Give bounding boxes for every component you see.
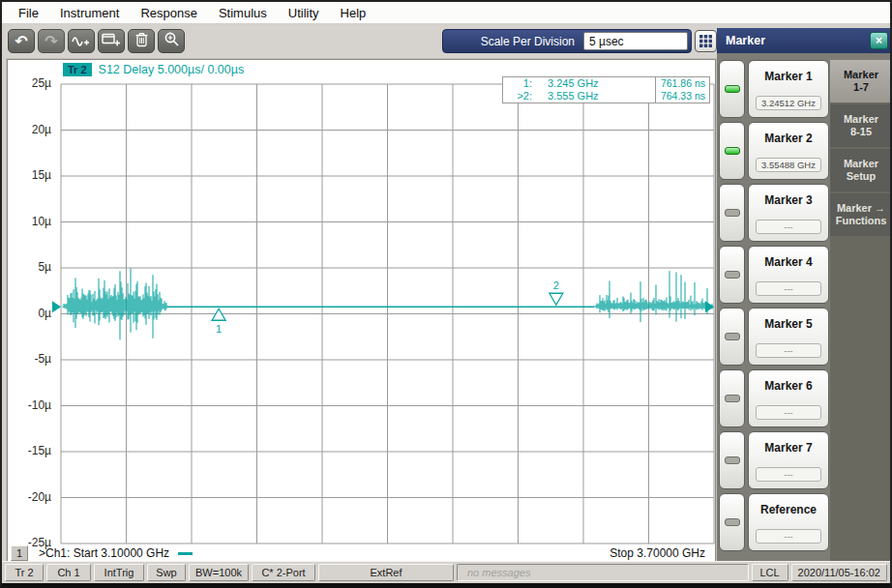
tab-label-line2: 8-15 [850,126,872,138]
marker-readout-id: >2: [503,90,532,103]
trace-plot[interactable]: 12 [61,83,714,544]
marker-tab-column: Marker1-7Marker8-15MarkerSetupMarker →Fu… [830,60,892,565]
marker-7-toggle-button[interactable] [719,431,745,489]
sweep-start-label: >Ch1: Start 3.10000 GHz [39,546,193,560]
marker-readout-row: 1:3.245 GHz761.86 ns [503,77,709,90]
tab-marker-setup[interactable]: MarkerSetup [830,149,892,191]
marker-7-button[interactable]: Marker 7--- [748,431,829,489]
tab-marker-1-7[interactable]: Marker1-7 [830,60,892,103]
trash-icon [134,32,149,51]
y-tick-label: 0µ [8,307,51,320]
status-segment-extref[interactable]: ExtRef [318,564,454,581]
menu-item-response[interactable]: Response [130,3,208,23]
marker-button-value: --- [756,529,821,544]
marker-5-toggle-button[interactable] [719,308,745,366]
marker-5-button[interactable]: Marker 5--- [748,308,829,366]
status-bar: Tr 2Ch 1IntTrigSwpBW=100kC* 2-PortExtRef… [2,561,890,583]
marker-1-button[interactable]: Marker 13.24512 GHz [748,60,829,118]
marker-readout-box: 1:3.245 GHz761.86 ns>2:3.555 GHz764.33 n… [502,76,710,103]
marker-2-button[interactable]: Marker 23.55488 GHz [748,122,829,180]
menu-item-utility[interactable]: Utility [278,3,330,23]
sweep-stop-label: Stop 3.70000 GHz [610,546,705,560]
status-message-field: no messages [457,564,749,581]
keypad-button[interactable] [695,30,717,52]
marker-button-label: Marker 2 [764,132,812,145]
marker-6-button[interactable]: Marker 6--- [748,369,829,427]
marker-readout-value: 761.86 ns [655,77,709,90]
led-indicator-off [725,395,740,402]
datetime-display: 2020/11/05-16:02 [791,564,887,581]
y-tick-label: -20µ [8,490,51,504]
y-tick-label: 15µ [8,168,51,182]
led-indicator-off [725,333,740,340]
reference-toggle-button[interactable] [719,493,745,551]
marker-button-value: 3.55488 GHz [756,158,821,172]
tab-label-line1: Marker [844,113,878,126]
tab-label-line1: Marker [844,158,878,170]
close-icon[interactable]: × [870,32,888,49]
marker-2-toggle-button[interactable] [719,122,745,180]
led-indicator-on [725,147,740,155]
marker-panel-header: Marker × [717,28,892,53]
trace-marker-2-icon[interactable] [550,293,563,305]
tab-marker-8-15[interactable]: Marker8-15 [830,104,892,147]
marker-6-toggle-button[interactable] [719,369,745,427]
undo-button[interactable]: ↶ [8,29,35,53]
trace-marker-1-label: 1 [216,323,222,335]
marker-row: Marker 4--- [719,246,829,304]
lcl-indicator[interactable]: LCL [752,564,788,581]
menu-item-file[interactable]: File [8,3,49,23]
status-segment-swp[interactable]: Swp [147,564,186,581]
marker-button-label: Marker 5 [764,317,812,331]
y-tick-label: -15µ [8,444,51,457]
marker-3-button[interactable]: Marker 3--- [748,184,829,242]
marker-side-panel: Marker × Marker1-7Marker8-15MarkerSetupM… [717,28,892,568]
status-segment-tr-2[interactable]: Tr 2 [5,564,44,581]
toolbar: ↶↷ Scale Per Division [2,24,715,59]
add-window-icon [102,32,121,51]
trace-display-area: Tr 2 S12 Delay 5.000µs/ 0.00µs 25µ20µ15µ… [7,59,716,566]
status-segment-bw-100k[interactable]: BW=100k [189,564,249,581]
status-segment-c-2-port[interactable]: C* 2-Port [252,564,315,581]
trace-marker-1-icon[interactable] [212,309,225,320]
reference-button[interactable]: Reference--- [748,493,829,551]
led-indicator-off [725,518,740,526]
keypad-icon [699,34,713,48]
undo-icon: ↶ [15,33,27,50]
trace-start-arrow-icon [52,301,61,312]
y-tick-label: 10µ [8,215,51,228]
scale-per-division-group: Scale Per Division [442,29,692,53]
marker-button-label: Marker 1 [764,70,812,83]
menu-item-help[interactable]: Help [330,3,377,23]
marker-button-value: --- [756,405,821,420]
marker-readout-freq: 3.555 GHz [532,90,655,103]
marker-button-label: Marker 4 [764,255,812,269]
marker-3-toggle-button[interactable] [719,184,745,242]
trace-end-arrow-icon [705,301,714,312]
redo-icon: ↷ [45,33,57,50]
vna-application-window: FileInstrumentResponseStimulusUtilityHel… [0,0,892,588]
scale-per-division-input[interactable] [583,32,688,50]
tab-marker-functions[interactable]: Marker →Functions [830,193,892,236]
add-trace-button[interactable] [68,29,95,53]
menu-item-stimulus[interactable]: Stimulus [208,3,278,23]
marker-4-toggle-button[interactable] [719,246,745,304]
delete-button[interactable] [128,29,155,53]
led-indicator-on [725,85,740,93]
trace-badge[interactable]: Tr 2 [63,63,92,76]
led-indicator-off [725,209,740,217]
marker-readout-freq: 3.245 GHz [532,77,655,90]
led-indicator-off [725,271,740,279]
y-tick-label: -5µ [8,352,51,366]
marker-row: Marker 13.24512 GHz [719,60,829,118]
marker-4-button[interactable]: Marker 4--- [748,246,829,304]
add-window-button[interactable] [98,29,125,53]
y-tick-label: 25µ [8,76,51,90]
menu-item-instrument[interactable]: Instrument [49,3,130,23]
status-segment-inttrig[interactable]: IntTrig [94,564,144,581]
channel-badge: 1 [11,545,28,561]
status-segment-ch-1[interactable]: Ch 1 [46,564,91,581]
marker-readout-id: 1: [503,77,532,90]
zoom-button[interactable] [158,29,185,53]
marker-1-toggle-button[interactable] [719,60,745,118]
